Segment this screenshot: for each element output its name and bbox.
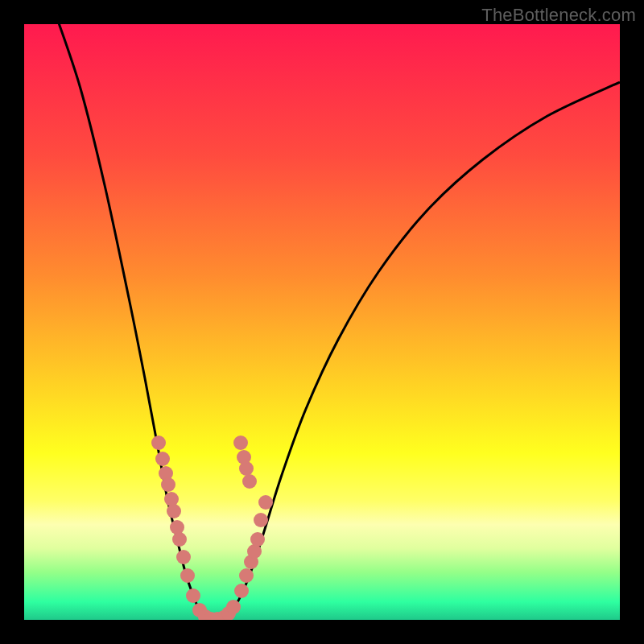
data-dot bbox=[180, 568, 195, 583]
data-dot bbox=[242, 474, 257, 489]
data-dot bbox=[186, 588, 200, 603]
data-dot bbox=[151, 436, 166, 450]
data-dot bbox=[254, 513, 268, 527]
data-dot bbox=[176, 550, 191, 564]
data-dot bbox=[172, 532, 187, 547]
curves-layer bbox=[24, 24, 620, 620]
data-dot bbox=[250, 532, 265, 547]
data-dot bbox=[237, 450, 251, 464]
data-dot bbox=[239, 568, 254, 583]
data-dot bbox=[226, 600, 241, 614]
watermark-text: TheBottleneck.com bbox=[481, 5, 636, 26]
chart-frame: TheBottleneck.com bbox=[0, 0, 644, 644]
data-dot bbox=[258, 495, 273, 510]
right-curve bbox=[213, 82, 620, 620]
scatter-dots bbox=[151, 436, 273, 620]
data-dot bbox=[164, 492, 179, 506]
data-dot bbox=[234, 584, 249, 598]
data-dot bbox=[161, 477, 175, 492]
data-dot bbox=[170, 520, 184, 535]
data-dot bbox=[167, 504, 181, 518]
plot-area bbox=[24, 24, 620, 620]
data-dot bbox=[233, 436, 248, 450]
data-dot bbox=[155, 452, 170, 466]
left-curve bbox=[56, 24, 213, 620]
